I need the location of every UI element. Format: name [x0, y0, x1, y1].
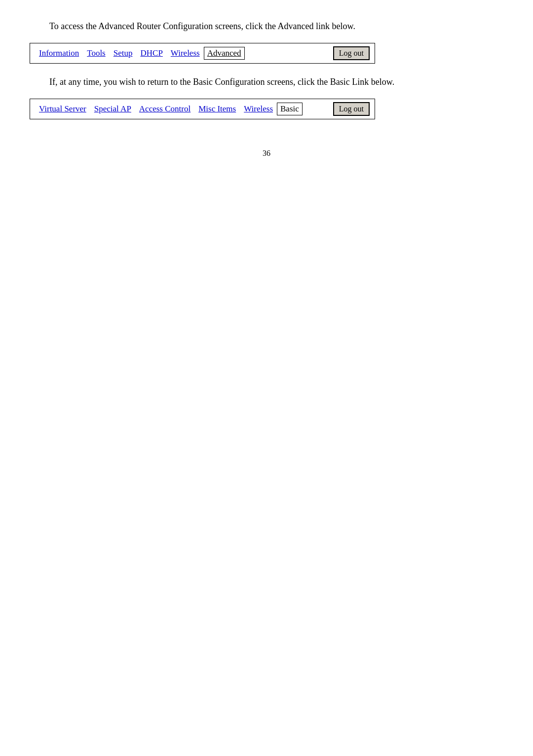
page-number: 36 — [30, 149, 503, 158]
nav-link-basic[interactable]: Basic — [277, 103, 303, 115]
nav-link-setup[interactable]: Setup — [110, 47, 137, 59]
logout-button-basic[interactable]: Log out — [333, 46, 370, 60]
nav-link-dhcp[interactable]: DHCP — [136, 47, 166, 59]
nav-link-virtual-server[interactable]: Virtual Server — [35, 103, 90, 115]
page-content: To access the Advanced Router Configurat… — [30, 20, 503, 158]
nav-link-wireless[interactable]: Wireless — [167, 47, 204, 59]
nav-link-tools[interactable]: Tools — [83, 47, 110, 59]
nav-link-wireless-adv[interactable]: Wireless — [240, 103, 277, 115]
paragraph-1: To access the Advanced Router Configurat… — [30, 20, 503, 33]
nav-link-misc-items[interactable]: Misc Items — [194, 103, 240, 115]
paragraph-2: If, at any time, you wish to return to t… — [30, 75, 503, 89]
nav-link-information[interactable]: Information — [35, 47, 83, 59]
nav-bar-advanced: Virtual Server Special AP Access Control… — [30, 99, 375, 119]
nav-link-advanced[interactable]: Advanced — [204, 47, 245, 60]
nav-link-access-control[interactable]: Access Control — [135, 103, 194, 115]
nav-link-special-ap[interactable]: Special AP — [90, 103, 135, 115]
nav-bar-basic: Information Tools Setup DHCP Wireless Ad… — [30, 43, 375, 64]
logout-button-advanced[interactable]: Log out — [333, 102, 370, 116]
